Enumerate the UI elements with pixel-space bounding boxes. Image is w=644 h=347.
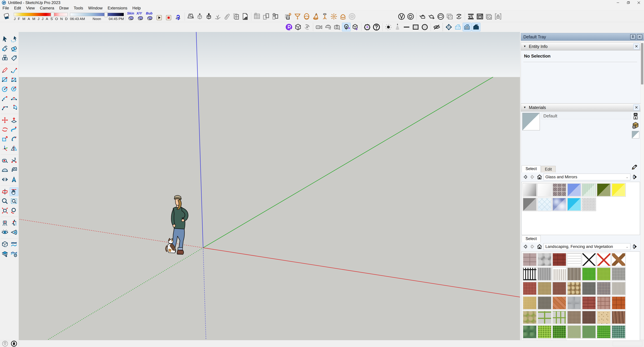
scrollbar-thumb[interactable] (641, 43, 643, 84)
material-swatch-glass-block[interactable] (552, 183, 566, 197)
toolbar-button-camera-snap[interactable] (333, 23, 342, 31)
material-swatch-pavers-basket-pink[interactable] (597, 296, 611, 310)
toolbar-button-stage-scale[interactable] (186, 12, 195, 21)
entity-info-header[interactable]: ▼ Entity Info ✕ (521, 42, 641, 50)
toolbar-button-overlap-frames[interactable] (262, 12, 270, 21)
collection-dropdown-secondary[interactable]: Landscaping, Fencing and Vegetation ⌄ (544, 243, 630, 250)
material-swatch-pavers-herringbone-orange[interactable] (552, 296, 566, 310)
menu-view[interactable]: View (24, 5, 37, 11)
toolbar-button-dome-arrow[interactable] (324, 23, 332, 31)
tool-axes[interactable] (0, 144, 9, 153)
tool-push-pull[interactable] (10, 116, 18, 124)
scale-figure-person[interactable] (166, 195, 188, 255)
material-swatch-barbed-wire[interactable] (567, 253, 581, 266)
tool-polygon[interactable] (10, 85, 18, 93)
material-swatch-gravel-coarse[interactable] (538, 296, 552, 310)
material-swatch-pebbles[interactable] (567, 282, 581, 295)
toolbar-button-checker-box[interactable] (294, 23, 302, 31)
toolbar-button-hide-eye[interactable] (432, 23, 441, 31)
toolbar-button-shadow-toggle[interactable] (2, 12, 11, 21)
toolbar-button-grid-table[interactable] (253, 12, 262, 21)
tab-select[interactable]: Select (522, 165, 541, 172)
collection-details-button[interactable] (632, 244, 638, 250)
collection-dropdown[interactable]: Glass and Mirrors ⌄ (544, 174, 630, 180)
tool-protractor[interactable] (0, 166, 9, 174)
back-button[interactable] (522, 174, 528, 180)
toolbar-button-render-window[interactable] (476, 12, 484, 21)
toolbar-button-vray-logo[interactable] (397, 12, 406, 21)
toolbar-button-refresh-orbit[interactable] (454, 12, 463, 21)
toolbar-button-clip[interactable] (223, 12, 232, 21)
material-swatch-translucent-white[interactable] (538, 183, 552, 197)
date-gradient-bar[interactable] (14, 13, 68, 16)
tool-tape-measure[interactable] (0, 156, 9, 165)
toolbar-button-window-panes[interactable] (232, 12, 240, 21)
material-swatch-cork-tan[interactable] (597, 311, 611, 324)
tab-edit[interactable]: Edit (541, 166, 556, 172)
menu-draw[interactable]: Draw (57, 5, 71, 11)
toolbar-button-dome-light[interactable] (338, 12, 347, 21)
home-button[interactable] (536, 174, 542, 180)
display-secondary-pane-icon[interactable] (633, 112, 638, 120)
collapse-arrow-icon[interactable]: ▼ (523, 45, 526, 48)
material-swatch-sand-tan[interactable] (523, 296, 537, 310)
material-swatch-gravel-dark-red[interactable] (582, 311, 596, 324)
sample-paint-eyedropper-icon[interactable] (632, 164, 638, 170)
tool-scale[interactable] (0, 135, 9, 143)
material-swatch-shrub-bright[interactable] (597, 325, 611, 339)
tool-rectangle[interactable] (0, 75, 9, 84)
material-swatch-corduroy-stripes[interactable] (612, 282, 626, 295)
tool-soften-edges[interactable] (10, 240, 18, 249)
toolbar-button-rect-tool[interactable] (411, 23, 420, 31)
material-swatch-glass-aqua[interactable] (567, 198, 581, 211)
material-swatch-gravel-dark[interactable] (582, 282, 596, 295)
material-swatch-chain-link-black[interactable] (582, 253, 596, 266)
plugin-button-x-y[interactable]: X/Y (136, 12, 145, 21)
material-swatch-ivy-green[interactable] (552, 325, 566, 339)
tool-make-component[interactable] (0, 53, 9, 62)
toolbar-button-bulb-add[interactable] (342, 23, 351, 31)
tray-scrollbar[interactable] (640, 41, 644, 339)
material-swatch-pavers-grass-concrete[interactable] (538, 311, 552, 324)
toolbar-button-page-fold[interactable] (241, 12, 250, 21)
material-swatch-ivy-blue-green[interactable] (612, 325, 626, 339)
tool-zoom-window[interactable] (10, 197, 18, 206)
restore-button[interactable] (623, 0, 634, 5)
tool-terrain-gear[interactable] (10, 250, 18, 258)
material-swatch-glass-dark-green[interactable] (597, 183, 611, 197)
material-swatch-cobblestone-gray[interactable] (538, 253, 552, 266)
tool-field-of-view[interactable] (10, 228, 18, 237)
toolbar-button-box-export-down[interactable] (204, 12, 213, 21)
toolbar-button-sun-burst[interactable] (330, 12, 338, 21)
toolbar-button-line-tool[interactable] (402, 23, 411, 31)
toolbar-button-cone-light[interactable] (311, 12, 320, 21)
tool-pie[interactable] (10, 103, 18, 112)
tool-warehouse-download[interactable] (0, 240, 9, 249)
create-material-icon[interactable] (632, 122, 640, 129)
toolbar-button-podium-p[interactable] (284, 23, 293, 31)
tool-follow-me[interactable] (10, 125, 18, 134)
plugin-button-shell-help-icon[interactable] (174, 12, 183, 21)
forward-button[interactable] (530, 244, 536, 250)
time-slider-handle[interactable] (104, 12, 108, 17)
materials-header[interactable]: ▼ Materials ✕ (521, 103, 641, 111)
collapse-arrow-icon[interactable]: ▼ (523, 106, 526, 109)
tool-rotate[interactable] (0, 125, 9, 134)
toolbar-button-shade-funnel[interactable] (293, 12, 302, 21)
toolbar-button-stand-light[interactable] (320, 12, 329, 21)
tool-paint-bucket[interactable] (0, 44, 9, 53)
material-swatch-brick-red[interactable] (552, 253, 566, 266)
forward-button[interactable] (530, 174, 536, 180)
material-swatch-pavers-pink[interactable] (523, 253, 537, 266)
toolbar-button-house-open[interactable] (462, 23, 471, 31)
plugin-button-stop-button-icon[interactable] (165, 12, 174, 21)
toolbar-button-camcorder[interactable] (315, 23, 324, 31)
plugin-button-skin[interactable]: Skin (127, 12, 136, 21)
material-swatch-brick-running-red[interactable] (582, 296, 596, 310)
material-swatch-gravel-gray[interactable] (612, 267, 626, 281)
tool-arc[interactable] (0, 94, 9, 103)
tool-3d-text[interactable] (10, 175, 18, 184)
toolbar-button-section-compass[interactable]: CA-5 (444, 23, 453, 31)
tool-lasso[interactable] (10, 35, 18, 43)
tool-zoom[interactable] (0, 197, 9, 206)
